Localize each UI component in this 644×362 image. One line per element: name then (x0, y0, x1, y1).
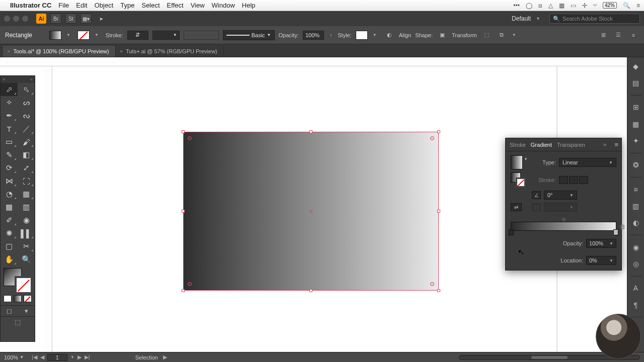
draw-mode-button[interactable]: ◻ (1, 305, 18, 316)
properties-panel-icon[interactable]: ◆ (630, 60, 642, 72)
reverse-gradient-icon[interactable]: ⇄ (511, 203, 522, 211)
change-screen-button[interactable]: ⬚ (1, 316, 35, 327)
var-width-profile[interactable] (184, 31, 219, 40)
artboard-nav[interactable]: |◀ ◀ 1 ▼ ▶ ▶| (32, 354, 90, 361)
first-artboard-icon[interactable]: |◀ (32, 354, 37, 360)
resize-handle[interactable] (309, 130, 312, 133)
gradient-stop[interactable] (509, 229, 514, 235)
menu-object[interactable]: Object (95, 2, 114, 9)
rectangle-tool[interactable]: ▭ (1, 135, 18, 148)
magic-wand-tool[interactable]: ✧ (1, 96, 18, 109)
layers-panel-icon[interactable]: ▤ (630, 77, 642, 88)
curvature-tool[interactable]: ᔓ (18, 109, 35, 122)
menu-select[interactable]: Select (141, 2, 159, 9)
panel-menu-icon[interactable]: ≡ (628, 30, 639, 40)
collapse-panel-icon[interactable]: ›› (603, 142, 607, 147)
artboard-tool[interactable]: ▢ (1, 240, 18, 253)
chevron-down-icon[interactable]: ▼ (95, 33, 99, 37)
type-tool[interactable]: T (1, 122, 18, 135)
workspace-switcher[interactable]: Default (512, 15, 531, 22)
paragraph-panel-icon[interactable]: ¶ (630, 299, 642, 311)
scale-tool[interactable]: ⤢ (18, 161, 35, 174)
status-menu-icon[interactable]: ≡ (636, 2, 640, 9)
menu-window[interactable]: Window (212, 2, 235, 9)
horizontal-ruler[interactable] (0, 57, 644, 66)
gradient-type-select[interactable]: Linear▼ (559, 158, 616, 167)
gradient-stop[interactable] (613, 229, 618, 235)
corner-radius-handle[interactable] (430, 282, 434, 286)
fill-swatch[interactable] (49, 31, 61, 40)
transparency-panel-icon[interactable]: ◐ (630, 217, 642, 229)
resize-handle[interactable] (309, 289, 312, 292)
none-mode-button[interactable] (24, 295, 32, 302)
close-icon[interactable]: × (3, 77, 5, 82)
direct-selection-tool[interactable]: ⬁ (18, 83, 35, 96)
panel-tab-stroke[interactable]: Stroke (510, 142, 526, 148)
graphic-styles-panel-icon[interactable]: ◎ (630, 258, 642, 269)
zoom-field[interactable]: 100%▼ (4, 354, 24, 360)
panel-menu-icon[interactable]: ≡ (614, 141, 618, 148)
zoom-tool[interactable]: 🔍 (18, 253, 35, 266)
gradient-stroke-swatch[interactable] (516, 177, 526, 188)
line-tool[interactable]: ／ (18, 122, 35, 135)
recolor-artwork-icon[interactable]: ◐ (384, 30, 395, 40)
width-tool[interactable]: ⋈ (1, 174, 18, 188)
menu-view[interactable]: View (191, 2, 205, 9)
edit-similar-icon[interactable]: ⧉ (496, 30, 507, 40)
resize-handle[interactable] (182, 210, 185, 213)
play-icon[interactable]: ▶ (163, 354, 167, 360)
menu-edit[interactable]: Edit (76, 2, 87, 9)
screen-mode-button[interactable]: ▾ (18, 305, 35, 316)
chevron-down-icon[interactable]: ▼ (373, 33, 377, 37)
stop-location-field[interactable]: 0%▼ (586, 256, 616, 265)
corner-radius-handle[interactable] (188, 136, 192, 140)
vertical-ruler[interactable] (43, 66, 52, 352)
chevron-down-icon[interactable]: ▼ (524, 157, 528, 161)
status-calendar-icon[interactable]: ▭ (571, 2, 576, 9)
gradient-mode-button[interactable] (14, 295, 22, 302)
column-graph-tool[interactable]: ▌▌ (18, 227, 35, 240)
opacity-field[interactable]: 100% (303, 31, 324, 40)
perspective-grid-tool[interactable]: ▦ (18, 188, 35, 201)
stock-button[interactable]: St (65, 14, 76, 24)
resize-handle[interactable] (437, 289, 440, 292)
last-artboard-icon[interactable]: ▶| (85, 354, 90, 360)
bridge-button[interactable]: Br (50, 14, 61, 24)
rotate-tool[interactable]: ⟳ (1, 161, 18, 174)
corner-radius-handle[interactable] (430, 136, 434, 140)
list-view-icon[interactable]: ☰ (613, 30, 624, 40)
resize-handle[interactable] (437, 210, 440, 213)
stroke-panel-icon[interactable]: ≡ (630, 184, 642, 195)
document-tab[interactable]: ×Tools.ai* @ 100% (RGB/GPU Preview) (3, 46, 116, 57)
menubar-app-name[interactable]: Illustrator CC (10, 2, 51, 9)
canvas-viewport[interactable]: ×« ⬀ ⬁ ✧ ᔕ ✒ ᔓ T ／ ▭ 🖌 ✎ ◧ ⟳ ⤢ ⋈ ⛶ ◔ ▦ ▩ (0, 57, 644, 352)
status-search-icon[interactable]: 🔍 (623, 2, 630, 9)
corner-radius-handle[interactable] (188, 282, 192, 286)
tools-panel-header[interactable]: ×« (1, 76, 35, 83)
gpu-button[interactable]: ➤ (96, 14, 107, 24)
shaper-tool[interactable]: ✎ (1, 148, 18, 161)
close-icon[interactable]: × (7, 48, 10, 54)
brushes-panel-icon[interactable]: ✦ (630, 135, 642, 146)
eraser-tool[interactable]: ◧ (18, 148, 35, 161)
mesh-tool[interactable]: ▩ (1, 201, 18, 214)
fill-stroke-indicator[interactable] (1, 266, 35, 294)
isolate-icon[interactable]: ⬚ (481, 30, 492, 40)
pen-tool[interactable]: ✒ (1, 109, 18, 122)
stroke-swatch[interactable] (77, 31, 90, 40)
stroke-weight-stepper[interactable]: ⇵ (127, 31, 148, 40)
window-controls[interactable] (4, 16, 28, 22)
menu-help[interactable]: Help (242, 2, 256, 9)
close-icon[interactable]: × (120, 48, 123, 54)
status-battery[interactable]: 42% (603, 2, 617, 9)
paintbrush-tool[interactable]: 🖌 (18, 135, 35, 148)
menu-effect[interactable]: Effect (167, 2, 184, 9)
status-grid-icon[interactable]: ▦ (559, 2, 565, 9)
gradient-panel-icon[interactable]: ▥ (630, 200, 642, 212)
status-wifi-icon[interactable]: ⌔ (593, 2, 597, 9)
menu-file[interactable]: File (58, 2, 69, 9)
symbols-panel-icon[interactable]: ❂ (630, 159, 642, 171)
gradient-fill-stroke-toggle[interactable] (511, 172, 526, 188)
arrange-docs-button[interactable]: ▦▾ (80, 14, 92, 24)
style-swatch[interactable] (356, 31, 368, 40)
